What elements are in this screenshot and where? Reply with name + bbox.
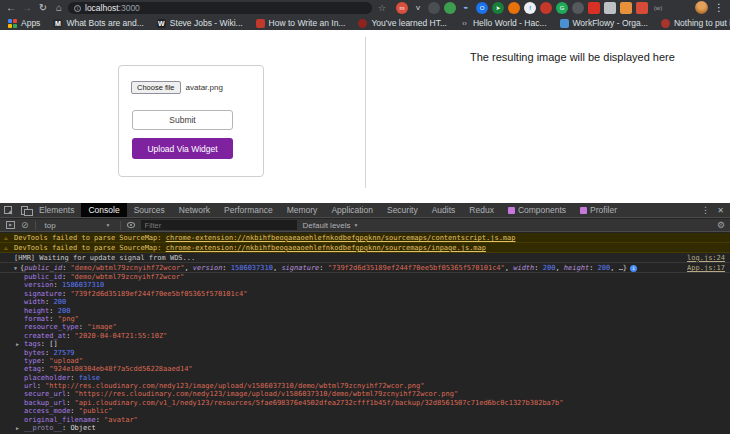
- devtools-close-icon[interactable]: ✕: [717, 203, 724, 218]
- ext-red-sq-icon[interactable]: [588, 2, 600, 14]
- object-property-row[interactable]: public_id: "demo/wbtml79zcnyihf72wcor": [0, 273, 730, 281]
- inspect-element-icon[interactable]: [0, 203, 16, 217]
- sourcemap-link[interactable]: chrome-extension://nkbihfbeogaeaoehlefnk…: [166, 244, 486, 252]
- bookmark-item[interactable]: You've learned HT...: [358, 18, 447, 28]
- object-property-row[interactable]: ▶tags: []: [0, 340, 730, 348]
- tab-performance[interactable]: Performance: [217, 203, 280, 217]
- tab-redux[interactable]: Redux: [462, 203, 501, 217]
- object-property-row[interactable]: backup_url: "api.cloudinary.com/v1_1/ned…: [0, 399, 730, 407]
- object-property-row[interactable]: width: 200: [0, 298, 730, 306]
- ext-green-arrow-icon[interactable]: ➤: [492, 2, 504, 14]
- profile-avatar[interactable]: [695, 1, 708, 14]
- source-location-link[interactable]: App.js:17: [687, 263, 725, 273]
- site-info-icon[interactable]: i: [74, 5, 81, 12]
- log-levels-selector[interactable]: Default levels ▼: [303, 221, 359, 230]
- context-selector[interactable]: top ▼: [42, 221, 114, 230]
- ext-ring-icon[interactable]: [428, 2, 440, 14]
- bookmark-item[interactable]: MWhat Bots are and...: [53, 18, 143, 28]
- device-toolbar-icon[interactable]: [16, 203, 32, 217]
- bookmark-item[interactable]: Apps: [8, 18, 40, 28]
- info-icon[interactable]: i: [630, 265, 637, 272]
- home-icon[interactable]: ⌂: [52, 1, 66, 15]
- console-warning-row[interactable]: ⚠DevTools failed to parse SourceMap: chr…: [0, 243, 730, 253]
- object-property-row[interactable]: etag: "924e108304eb48f7a5cdd56228aaed14": [0, 365, 730, 373]
- ext-redface-sq-icon[interactable]: [636, 2, 648, 14]
- object-property-row[interactable]: height: 200: [0, 307, 730, 315]
- expand-triangle-icon[interactable]: ▶: [16, 340, 19, 348]
- console-object-summary-row[interactable]: ▼{public_id: "demo/wbtml79zcnyihf72wcor"…: [0, 263, 730, 273]
- bookmark-item[interactable]: WSteve Jobs - Wiki...: [157, 18, 243, 28]
- object-property-row[interactable]: access_mode: "public": [0, 407, 730, 415]
- console-log-row[interactable]: [HMR] Waiting for update signal from WDS…: [0, 253, 730, 263]
- object-property-row[interactable]: ▶__proto__: Object: [0, 424, 730, 432]
- tab-profiler[interactable]: Profiler: [573, 203, 624, 217]
- object-property-row[interactable]: secure_url: "https://res.cloudinary.com/…: [0, 390, 730, 398]
- expand-triangle-icon[interactable]: ▼: [14, 265, 17, 271]
- object-property-row[interactable]: signature: "739f2d6d35189ef244f70ee5bf05…: [0, 290, 730, 298]
- tab-audits[interactable]: Audits: [425, 203, 463, 217]
- ext-v-icon[interactable]: V: [412, 2, 424, 14]
- bookmark-star-icon[interactable]: ☆: [378, 2, 386, 14]
- bookmarks-overflow-icon[interactable]: »: [719, 18, 724, 28]
- workflowy-icon: [560, 19, 569, 28]
- tab-components[interactable]: Components: [501, 203, 573, 217]
- console-sidebar-toggle-icon[interactable]: ▶: [6, 221, 15, 229]
- ext-dark-ring-icon[interactable]: [572, 2, 584, 14]
- object-property-row[interactable]: type: "upload": [0, 357, 730, 365]
- object-property-row[interactable]: format: "png": [0, 315, 730, 323]
- forward-icon[interactable]: →: [20, 1, 34, 15]
- bookmark-item[interactable]: How to Write an In...: [256, 18, 346, 28]
- back-icon[interactable]: ←: [4, 1, 18, 15]
- ext-grammarly-icon[interactable]: G: [556, 2, 568, 14]
- object-property-row[interactable]: url: "http://res.cloudinary.com/nedy123/…: [0, 382, 730, 390]
- ext-orange-grid-icon[interactable]: [508, 2, 520, 14]
- sourcemap-link[interactable]: chrome-extension://nkbihfbeogaeaoehlefnk…: [166, 234, 516, 242]
- upload-via-widget-button[interactable]: Upload Via Widget: [132, 138, 233, 159]
- reload-icon[interactable]: ↻: [36, 1, 50, 15]
- ext-red-dot-icon[interactable]: [540, 2, 552, 14]
- tab-application[interactable]: Application: [324, 203, 380, 217]
- preview-token: ,: [555, 264, 563, 272]
- expand-triangle-icon[interactable]: ▶: [16, 424, 19, 432]
- object-property-row[interactable]: placeholder: false: [0, 374, 730, 382]
- object-property-row[interactable]: created_at: "2020-04-04T21:55:10Z": [0, 332, 730, 340]
- bookmark-item[interactable]: WorkFlowy - Orga...: [560, 18, 648, 28]
- ext-blue-o-icon[interactable]: O: [476, 2, 488, 14]
- tab-network[interactable]: Network: [172, 203, 217, 217]
- ext-orange-sq-icon[interactable]: [620, 2, 632, 14]
- url-bar[interactable]: i localhost:3000: [68, 2, 372, 14]
- devtools-tabbar: ElementsConsoleSourcesNetworkPerformance…: [0, 203, 730, 218]
- object-property-row[interactable]: original_filename: "avatar": [0, 416, 730, 424]
- source-location-link[interactable]: log.js:24: [687, 253, 725, 263]
- live-expression-eye-icon[interactable]: [127, 222, 135, 228]
- ext-m-icon[interactable]: m: [396, 2, 408, 14]
- object-property-row[interactable]: resource_type: "image": [0, 323, 730, 331]
- browser-menu-icon[interactable]: ⋮: [714, 1, 724, 15]
- object-property-row[interactable]: version: 1586037310: [0, 281, 730, 289]
- devtools-settings-icon[interactable]: ⚙: [717, 219, 725, 232]
- console-filter-input[interactable]: [141, 220, 297, 230]
- preview-value: 200: [543, 264, 556, 272]
- property-name: type: [24, 357, 41, 365]
- tab-memory[interactable]: Memory: [280, 203, 325, 217]
- clear-console-icon[interactable]: ⊘: [21, 221, 29, 230]
- devtools-more-icon[interactable]: ⋮: [701, 203, 710, 218]
- console-warning-row[interactable]: ⚠DevTools failed to parse SourceMap: chr…: [0, 233, 730, 243]
- ext-pen-icon[interactable]: ✒: [460, 2, 472, 14]
- tab-sources[interactable]: Sources: [127, 203, 172, 217]
- ext-f-icon[interactable]: f: [524, 2, 536, 14]
- submit-button[interactable]: Submit: [132, 110, 233, 130]
- object-property-row[interactable]: bytes: 27579: [0, 349, 730, 357]
- tab-console[interactable]: Console: [81, 203, 126, 217]
- bookmark-label: Steve Jobs - Wiki...: [170, 18, 243, 28]
- property-value: "api.cloudinary.com/v1_1/nedy123/resourc…: [75, 399, 564, 407]
- preview-value: 1586037310: [231, 264, 273, 272]
- tab-elements[interactable]: Elements: [32, 203, 81, 217]
- choose-file-button[interactable]: Choose file: [131, 81, 181, 94]
- ext-grey-sq-icon[interactable]: [604, 2, 616, 14]
- ext-green-icon[interactable]: [444, 2, 456, 14]
- ext-w-icon[interactable]: (w): [652, 2, 664, 14]
- devtools-tabs: ElementsConsoleSourcesNetworkPerformance…: [32, 203, 624, 217]
- tab-security[interactable]: Security: [380, 203, 425, 217]
- bookmark-item[interactable]: ‹›Hello World - Hac...: [460, 18, 547, 28]
